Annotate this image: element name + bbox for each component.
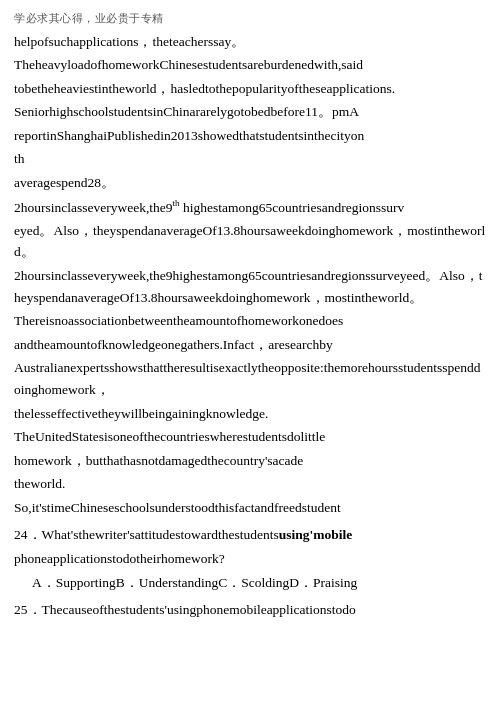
paragraph-p12: thelesseffectivetheywillbeingainingknowl… (14, 403, 486, 425)
superscript-th: th (173, 198, 180, 208)
text-p15: theworld. (14, 476, 65, 491)
question-24-options: A．SupportingB．UnderstandingC．ScoldingD．P… (32, 572, 486, 594)
paragraph-p14: homework，butthathasnotdamagedthecountry'… (14, 450, 486, 472)
paragraph-p16: So,it'stimeChineseschoolsunderstoodthisf… (14, 497, 486, 519)
motto-line: 学必求其心得，业必贵于专精 (14, 10, 486, 27)
paragraph-p4: SeniorhighschoolstudentsinChinararelygot… (14, 101, 486, 123)
paragraph-p6-area: th (14, 148, 486, 170)
text-p16: So,it'stimeChineseschoolsunderstoodthisf… (14, 500, 341, 515)
paragraph-p6b: averagespend28。 (14, 172, 486, 194)
paragraph-p15: theworld. (14, 473, 486, 495)
text-p3: tobetheheaviestintheworld，hasledtothepop… (14, 81, 395, 96)
paragraph-p2: TheheavyloadofhomeworkChinesestudentsare… (14, 54, 486, 76)
text-p9: Thereisnoassociationbetweentheamountofho… (14, 313, 343, 328)
text-p13: TheUnitedStatesisoneofthecountrieswheres… (14, 429, 325, 444)
paragraph-p7b: eyed。Also，theyspendanaverageOf13.8hoursa… (14, 220, 486, 263)
text-p11: Australianexpertsshowsthattheresultisexa… (14, 360, 480, 397)
question-section: 24．What'sthewriter'sattitudestowardthest… (14, 524, 486, 620)
text-p12: thelesseffectivetheywillbeingainingknowl… (14, 406, 268, 421)
text-p5: reportinShanghaiPublishedin2013showedtha… (14, 128, 364, 143)
q24-bold: using'mobile (279, 527, 353, 542)
text-p7a: 2hoursinclasseveryweek,the9 (14, 199, 173, 214)
question-24-rest: phoneapplicationstodotheirhomework? (14, 548, 486, 570)
text-p7b: highestamong65countriesandregionssurv (180, 199, 405, 214)
page-container: 学必求其心得，业必贵于专精 helpofsuchapplications，the… (0, 0, 500, 631)
text-p10: andtheamountofknowledgeonegathers.Infact… (14, 337, 333, 352)
text-p7b-2: eyed。Also，theyspendanaverageOf13.8hoursa… (14, 223, 485, 260)
q25-text: 25．Thecauseofthestudents'usingphonemobil… (14, 602, 356, 617)
text-p6b: averagespend28。 (14, 175, 115, 190)
paragraph-p11: Australianexpertsshowsthattheresultisexa… (14, 357, 486, 400)
paragraph-p8: 2hoursinclasseveryweek,the9highestamong6… (14, 265, 486, 308)
q24-number: 24．What'sthewriter'sattitudestowardthest… (14, 527, 279, 542)
paragraph-p13: TheUnitedStatesisoneofthecountrieswheres… (14, 426, 486, 448)
text-p8: 2hoursinclasseveryweek,the9highestamong6… (14, 268, 483, 305)
question-25: 25．Thecauseofthestudents'usingphonemobil… (14, 599, 486, 621)
paragraph-p5: reportinShanghaiPublishedin2013showedtha… (14, 125, 486, 147)
text-p14: homework，butthathasnotdamagedthecountry'… (14, 453, 303, 468)
paragraph-p3: tobetheheaviestintheworld，hasledtothepop… (14, 78, 486, 100)
paragraph-p10: andtheamountofknowledgeonegathers.Infact… (14, 334, 486, 356)
paragraph-p9: Thereisnoassociationbetweentheamountofho… (14, 310, 486, 332)
text-p6-main: th (14, 148, 25, 170)
text-block: helpofsuchapplications，theteacherssay。 T… (14, 31, 486, 519)
question-24: 24．What'sthewriter'sattitudestowardthest… (14, 524, 486, 546)
text-p4: SeniorhighschoolstudentsinChinararelygot… (14, 104, 359, 119)
text-p2: TheheavyloadofhomeworkChinesestudentsare… (14, 57, 363, 72)
q24-options: A．SupportingB．UnderstandingC．ScoldingD．P… (32, 575, 357, 590)
paragraph-p7: 2hoursinclasseveryweek,the9th highestamo… (14, 196, 486, 218)
q24-rest: phoneapplicationstodotheirhomework? (14, 551, 225, 566)
paragraph-p1: helpofsuchapplications，theteacherssay。 (14, 31, 486, 53)
text-p1: helpofsuchapplications，theteacherssay。 (14, 34, 245, 49)
